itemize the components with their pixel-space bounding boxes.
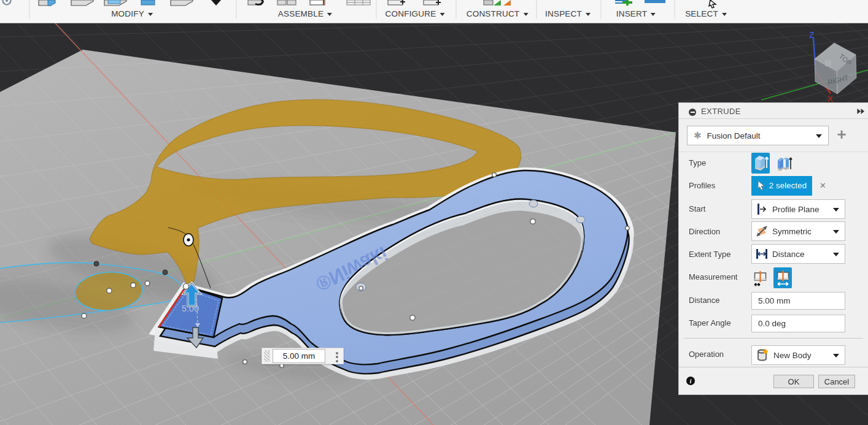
svg-text:Z: Z [809,30,815,40]
